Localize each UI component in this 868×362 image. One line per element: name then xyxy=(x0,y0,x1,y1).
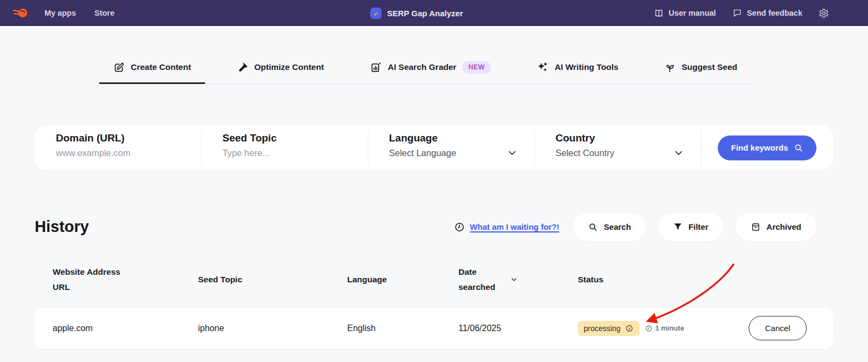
field-domain-url: Domain (URL) xyxy=(35,125,201,171)
row-status: processing 1 minute xyxy=(578,321,749,336)
find-keywords-button[interactable]: Find keywords xyxy=(718,135,816,160)
seed-topic-input[interactable] xyxy=(222,148,357,158)
history-header: History What am I waiting for?! Search F… xyxy=(35,213,833,241)
waiting-link-label: What am I waiting for?! xyxy=(470,222,559,231)
user-manual-button[interactable]: User manual xyxy=(654,8,716,18)
table-row: apple.com iphone English 11/06/2025 proc… xyxy=(35,308,833,349)
field-seed-topic: Seed Topic xyxy=(201,125,368,171)
history-actions: What am I waiting for?! Search Filter Ar… xyxy=(454,213,816,241)
header-website-address-url: Website Address URL xyxy=(53,264,134,295)
topbar: My apps Store SERP Gap Analyzer User man… xyxy=(0,0,868,26)
header-status: Status xyxy=(578,272,749,287)
keyword-search-form: Domain (URL) Seed Topic Language Select … xyxy=(35,125,833,171)
header-seed-topic: Seed Topic xyxy=(198,272,347,287)
sort-chevron-down-icon xyxy=(510,276,518,283)
topbar-right: User manual Send feedback xyxy=(654,8,855,18)
tab-label: AI Search Grader xyxy=(388,62,457,72)
search-button-label: Search xyxy=(604,222,631,231)
send-feedback-button[interactable]: Send feedback xyxy=(732,8,802,18)
seed-topic-label: Seed Topic xyxy=(222,132,357,144)
archived-button[interactable]: Archived xyxy=(736,213,816,241)
submit-zone: Find keywords xyxy=(701,125,833,171)
app-title: SERP Gap Analyzer xyxy=(387,9,463,18)
nav-my-apps[interactable]: My apps xyxy=(44,9,76,17)
serp-gap-analyzer-icon xyxy=(370,8,381,19)
field-country: Country Select Country xyxy=(534,125,701,171)
history-table-header: Website Address URL Seed Topic Language … xyxy=(35,261,833,299)
new-badge: NEW xyxy=(462,61,490,74)
search-icon xyxy=(794,143,803,153)
tab-suggest-seed[interactable]: Suggest Seed xyxy=(650,53,751,83)
tab-ai-writing-tools[interactable]: AI Writing Tools xyxy=(522,53,632,83)
filter-button[interactable]: Filter xyxy=(659,213,723,241)
status-badge-label: processing xyxy=(584,324,621,333)
filter-funnel-icon xyxy=(673,222,682,231)
elapsed-time-label: 1 minute xyxy=(655,324,684,332)
app-title-group: SERP Gap Analyzer xyxy=(370,8,463,19)
header-date-searched[interactable]: Date searched xyxy=(458,264,578,295)
tab-optimize-content[interactable]: Optimize Content xyxy=(223,53,338,83)
user-manual-label: User manual xyxy=(669,9,716,17)
archive-box-icon xyxy=(751,222,761,232)
cancel-button[interactable]: Cancel xyxy=(749,316,807,340)
clock-icon xyxy=(645,325,653,332)
waiting-info-link[interactable]: What am I waiting for?! xyxy=(454,222,559,232)
chevron-down-icon xyxy=(674,148,684,158)
tab-label: Optimize Content xyxy=(254,62,324,72)
info-icon[interactable] xyxy=(625,324,634,333)
search-icon xyxy=(588,222,598,232)
row-language: English xyxy=(347,324,458,333)
clock-icon xyxy=(454,222,465,232)
field-language: Language Select Language xyxy=(368,125,534,171)
elapsed-time: 1 minute xyxy=(645,324,684,332)
row-date: 11/06/2025 xyxy=(458,324,578,333)
tab-label: AI Writing Tools xyxy=(554,62,618,72)
row-seed-topic: iphone xyxy=(198,324,347,333)
settings-gear-icon[interactable] xyxy=(819,8,829,18)
chevron-down-icon xyxy=(507,148,517,158)
search-button[interactable]: Search xyxy=(573,213,646,241)
country-select-value: Select Country xyxy=(556,148,614,158)
language-select-value: Select Language xyxy=(389,148,456,158)
country-select[interactable]: Select Country xyxy=(556,148,690,158)
language-label: Language xyxy=(389,132,524,144)
header-language: Language xyxy=(347,272,458,287)
status-badge: processing xyxy=(578,321,640,336)
send-feedback-label: Send feedback xyxy=(747,9,802,17)
archived-button-label: Archived xyxy=(767,222,801,231)
semrush-logo-icon[interactable] xyxy=(12,6,28,20)
nav-store[interactable]: Store xyxy=(94,9,114,17)
find-keywords-label: Find keywords xyxy=(731,143,788,152)
row-website: apple.com xyxy=(53,324,198,333)
country-label: Country xyxy=(556,132,690,144)
history-title: History xyxy=(35,218,89,236)
tab-create-content[interactable]: Create Content xyxy=(99,53,205,83)
domain-url-input[interactable] xyxy=(56,148,190,158)
filter-button-label: Filter xyxy=(688,222,709,231)
domain-url-label: Domain (URL) xyxy=(56,132,190,144)
tab-label: Create Content xyxy=(131,62,191,72)
tab-ai-search-grader[interactable]: AI Search Grader NEW xyxy=(356,53,505,83)
content-tabs: Create Content Optimize Content AI Searc… xyxy=(99,53,751,84)
tab-label: Suggest Seed xyxy=(681,62,737,72)
header-date-label: Date searched xyxy=(458,264,502,295)
language-select[interactable]: Select Language xyxy=(389,148,524,158)
topbar-nav: My apps Store xyxy=(44,9,114,17)
